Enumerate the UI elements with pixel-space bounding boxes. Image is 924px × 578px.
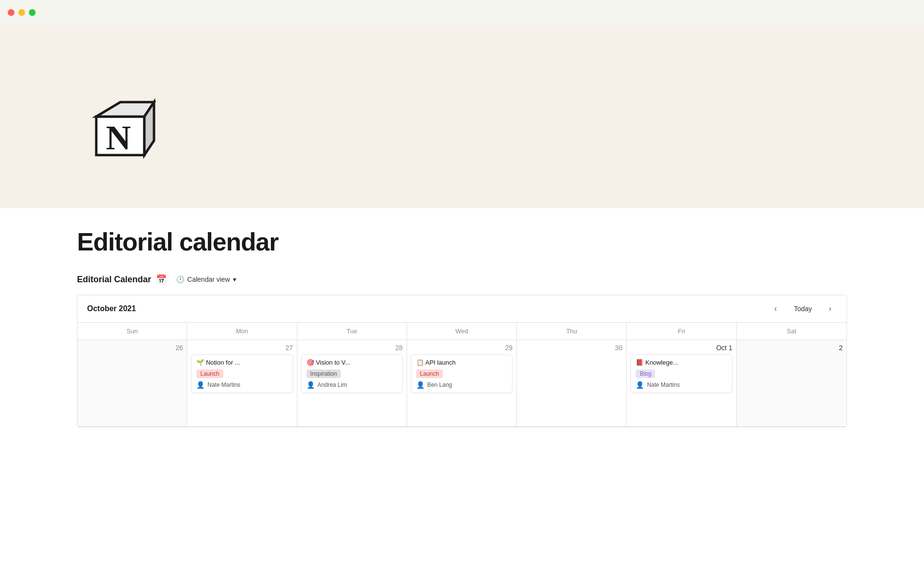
- tag-inspiration-vision: Inspiration: [307, 369, 341, 378]
- author-name-nate: Nate Martins: [207, 381, 240, 388]
- author-name-ben: Ben Lang: [427, 381, 452, 388]
- chevron-down-icon: ▾: [233, 276, 236, 283]
- hero-banner: N: [0, 25, 924, 208]
- author-name-nate2: Nate Martins: [647, 381, 680, 388]
- notion-logo-icon: N: [77, 73, 164, 160]
- day-header-sun: Sun: [77, 323, 187, 340]
- card-api-launch[interactable]: 📋 API launch Launch 👤 Ben Lang: [411, 355, 513, 393]
- date-oct1: Oct 1: [630, 344, 732, 352]
- author-avatar-andrea: 👤: [307, 381, 315, 389]
- card-knowledge[interactable]: 📕 Knowlege... Blog 👤 Nate Martins: [630, 355, 732, 393]
- card-title-api: 📋 API launch: [416, 359, 507, 366]
- calendar-container: October 2021 ‹ Today › Sun Mon Tue Wed T…: [77, 295, 847, 427]
- day-header-sat: Sat: [737, 323, 847, 340]
- minimize-button[interactable]: [18, 9, 25, 16]
- date-sep30: 30: [521, 344, 622, 352]
- next-month-button[interactable]: ›: [823, 302, 837, 315]
- card-author-andrea: 👤 Andrea Lim: [307, 381, 398, 389]
- db-title: Editorial Calendar: [77, 275, 151, 285]
- author-avatar-ben: 👤: [416, 381, 424, 389]
- db-header: Editorial Calendar 📅 🕐 Calendar view ▾: [77, 274, 847, 285]
- today-badge: 28: [395, 344, 403, 352]
- calendar-cell-sep30: 30: [517, 340, 627, 427]
- calendar-view-icon: 🕐: [176, 276, 184, 283]
- day-header-thu: Thu: [517, 323, 627, 340]
- calendar-nav: October 2021 ‹ Today ›: [77, 295, 847, 323]
- prev-month-button[interactable]: ‹: [769, 302, 783, 315]
- day-header-tue: Tue: [297, 323, 407, 340]
- calendar-cell-sep27: 27 🌱 Notion for ... Launch 👤 Nate Martin…: [187, 340, 297, 427]
- date-sep27: 27: [191, 344, 293, 352]
- svg-text:N: N: [106, 118, 131, 157]
- page-content: Editorial calendar Editorial Calendar 📅 …: [0, 208, 924, 427]
- today-button[interactable]: Today: [789, 303, 817, 315]
- calendar-cell-oct1: Oct 1 📕 Knowlege... Blog 👤 Nate Martins: [627, 340, 736, 427]
- card-vision-to-v[interactable]: 🎯 Vision to V... Inspiration 👤 Andrea Li…: [301, 355, 403, 393]
- card-title-knowledge: 📕 Knowlege...: [636, 359, 727, 366]
- day-header-fri: Fri: [627, 323, 736, 340]
- maximize-button[interactable]: [29, 9, 36, 16]
- author-avatar-nate: 👤: [196, 381, 205, 389]
- author-name-andrea: Andrea Lim: [318, 381, 347, 388]
- date-sep26: 26: [81, 344, 183, 352]
- date-sep29: 29: [411, 344, 513, 352]
- card-author-nate: 👤 Nate Martins: [196, 381, 287, 389]
- card-title-notion: 🌱 Notion for ...: [196, 359, 287, 366]
- tag-launch-notion: Launch: [196, 369, 223, 378]
- date-oct2: 2: [741, 344, 843, 352]
- nav-controls: ‹ Today ›: [769, 302, 837, 315]
- day-header-mon: Mon: [187, 323, 297, 340]
- author-avatar-nate2: 👤: [636, 381, 644, 389]
- calendar-cell-oct2: 2: [737, 340, 847, 427]
- tag-launch-api: Launch: [416, 369, 443, 378]
- card-title-vision: 🎯 Vision to V...: [307, 359, 398, 366]
- card-author-nate2: 👤 Nate Martins: [636, 381, 727, 389]
- day-header-wed: Wed: [407, 323, 517, 340]
- tag-blog-knowledge: Blog: [636, 369, 655, 378]
- calendar-cell-sep28: 28 🎯 Vision to V... Inspiration 👤 Andrea…: [297, 340, 407, 427]
- calendar-grid: 26 27 🌱 Notion for ... Launch 👤 Nate Mar…: [77, 340, 847, 427]
- db-icon: 📅: [156, 274, 167, 285]
- calendar-cell-sep26: 26: [77, 340, 187, 427]
- calendar-month: October 2021: [87, 304, 136, 313]
- card-notion-for-launch[interactable]: 🌱 Notion for ... Launch 👤 Nate Martins: [191, 355, 293, 393]
- close-button[interactable]: [8, 9, 14, 16]
- date-sep28: 28: [301, 344, 403, 352]
- card-author-ben: 👤 Ben Lang: [416, 381, 507, 389]
- titlebar: [0, 0, 924, 25]
- view-label: Calendar view: [187, 276, 230, 283]
- view-selector[interactable]: 🕐 Calendar view ▾: [171, 274, 241, 285]
- calendar-days-header: Sun Mon Tue Wed Thu Fri Sat: [77, 323, 847, 340]
- page-title: Editorial calendar: [77, 227, 847, 256]
- calendar-cell-sep29: 29 📋 API launch Launch 👤 Ben Lang: [407, 340, 517, 427]
